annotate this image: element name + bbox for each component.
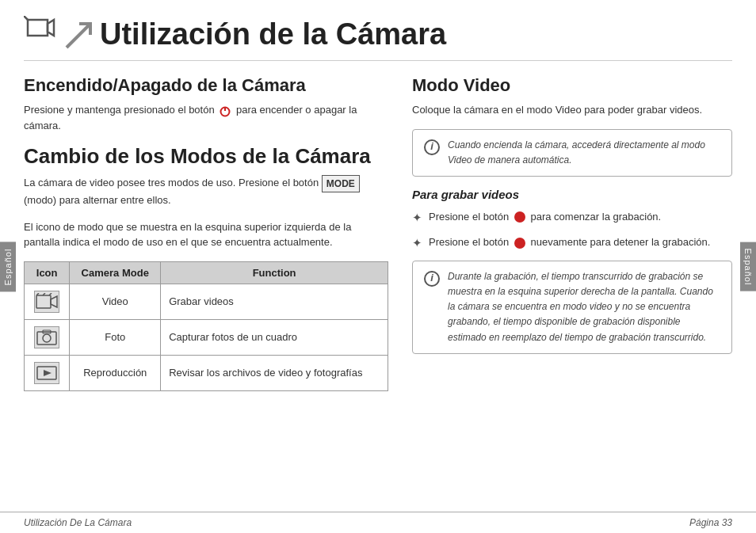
mode-button-label: MODE xyxy=(322,175,360,192)
svg-rect-6 xyxy=(36,295,51,308)
info-box-text: Cuando encienda la cámara, accederá dire… xyxy=(448,138,720,168)
para-grabar-section: Para grabar videos ✦ Presione el botón p… xyxy=(412,188,732,354)
svg-marker-0 xyxy=(28,20,48,36)
encendido-title: Encendido/Apagado de la Cámara xyxy=(24,75,388,96)
record-button-icon-1 xyxy=(514,211,525,223)
footer: Utilización De La Cámara Página 33 xyxy=(0,512,756,533)
table-row: Reproducción Revisar los archivos de vid… xyxy=(25,355,388,390)
record-button-icon-2 xyxy=(514,238,525,249)
modos-text2: El icono de modo que se muestra en la es… xyxy=(24,219,388,250)
right-column: Modo Video Coloque la cámara en el modo … xyxy=(412,75,732,496)
svg-line-2 xyxy=(24,16,28,20)
table-cell-func-repro: Revisar los archivos de video y fotograf… xyxy=(161,355,388,390)
modo-video-title: Modo Video xyxy=(412,75,732,96)
power-icon xyxy=(219,105,231,117)
table-cell-mode-repro: Reproducción xyxy=(70,355,161,390)
modos-text1: La cámara de video posee tres modos de u… xyxy=(24,175,388,208)
table-cell-icon-repro xyxy=(25,355,70,390)
svg-line-3 xyxy=(67,24,90,48)
modos-title: Cambio de los Modos de la Cámara xyxy=(24,144,388,169)
col-header-mode: Camera Mode xyxy=(70,261,161,284)
table-cell-mode-video: Video xyxy=(70,284,161,319)
svg-point-12 xyxy=(43,334,51,342)
side-tab-right: Español xyxy=(740,242,756,291)
bullet-item-2: ✦ Presione el botón nuevamente para dete… xyxy=(412,234,732,253)
table-cell-mode-foto: Foto xyxy=(70,319,161,355)
page-title-area: Utilización de la Cámara xyxy=(24,16,732,61)
photo-mode-icon xyxy=(34,326,59,348)
info-icon-2: i xyxy=(424,271,440,287)
modo-video-infobox: i Cuando encienda la cámara, accederá di… xyxy=(412,129,732,177)
two-col-layout: Encendido/Apagado de la Cámara Presione … xyxy=(24,75,732,496)
encendido-section: Encendido/Apagado de la Cámara Presione … xyxy=(24,75,388,133)
table-row: Foto Capturar fotos de un cuadro xyxy=(25,319,388,355)
table-cell-func-foto: Capturar fotos de un cuadro xyxy=(161,319,388,355)
col-header-function: Function xyxy=(161,261,388,284)
para-grabar-title: Para grabar videos xyxy=(412,188,732,201)
table-cell-icon-video xyxy=(25,284,70,319)
bullet-cross-2: ✦ xyxy=(412,234,422,253)
modo-video-section: Modo Video Coloque la cámara en el modo … xyxy=(412,75,732,177)
svg-marker-7 xyxy=(51,296,57,307)
svg-marker-1 xyxy=(48,20,54,36)
camera-modes-table: Icon Camera Mode Function xyxy=(24,261,388,391)
main-content: Utilización de la Cámara Encendido/Apaga… xyxy=(0,0,756,512)
bullet1-text: Presione el botón para comenzar la graba… xyxy=(429,209,661,225)
page-title: Utilización de la Cámara xyxy=(63,17,446,51)
info-icon: i xyxy=(424,139,440,155)
table-row: Video Grabar videos xyxy=(25,284,388,319)
side-tab-left: Español xyxy=(0,242,16,291)
footer-left: Utilización De La Cámara xyxy=(24,517,132,528)
svg-line-10 xyxy=(49,293,52,295)
grabacion-infobox: i Durante la grabación, el tiempo transc… xyxy=(412,261,732,354)
footer-right: Página 33 xyxy=(689,517,732,528)
modos-section: Cambio de los Modos de la Cámara La cáma… xyxy=(24,144,388,391)
svg-marker-15 xyxy=(44,370,52,376)
page: Español Español Utilización de la Cámara xyxy=(0,0,756,533)
modo-video-text: Coloque la cámara en el modo Video para … xyxy=(412,102,732,118)
bullet-item-1: ✦ Presione el botón para comenzar la gra… xyxy=(412,209,732,227)
encendido-text: Presione y mantenga presionado el botón … xyxy=(24,102,388,133)
col-header-icon: Icon xyxy=(25,261,70,284)
bullet-cross-1: ✦ xyxy=(412,209,422,227)
camera-icon xyxy=(24,16,55,52)
info-box-text-2: Durante la grabación, el tiempo transcur… xyxy=(448,269,720,345)
bullet2-text: Presione el botón nuevamente para detene… xyxy=(429,234,710,250)
playback-mode-icon xyxy=(34,362,59,384)
table-cell-func-video: Grabar videos xyxy=(161,284,388,319)
table-cell-icon-foto xyxy=(25,319,70,355)
left-column: Encendido/Apagado de la Cámara Presione … xyxy=(24,75,388,496)
video-mode-icon xyxy=(34,291,59,313)
